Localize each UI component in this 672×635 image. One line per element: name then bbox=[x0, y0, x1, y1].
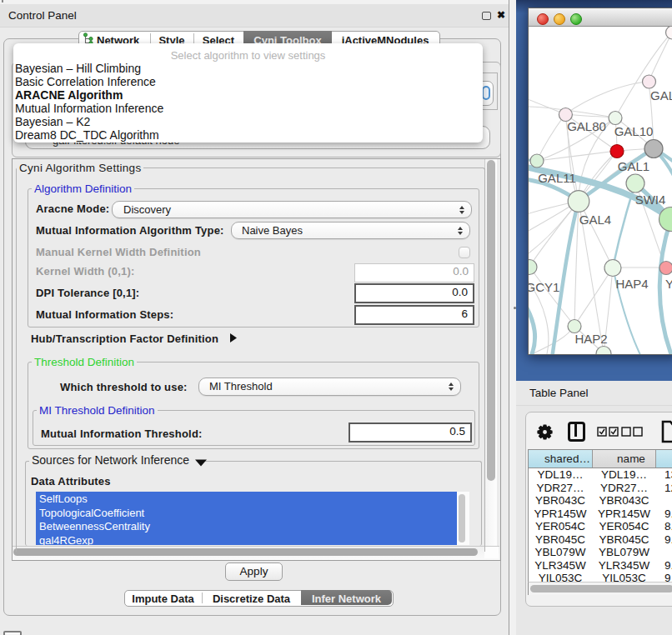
svg-text:HAP2: HAP2 bbox=[574, 332, 607, 346]
svg-text:GAL2: GAL2 bbox=[650, 88, 672, 102]
svg-text:GAL1: GAL1 bbox=[618, 159, 649, 173]
svg-text:GAL4: GAL4 bbox=[579, 212, 611, 227]
svg-text:GAL10: GAL10 bbox=[614, 124, 654, 138]
svg-text:GCY1: GCY1 bbox=[529, 280, 559, 294]
svg-text:GAL80: GAL80 bbox=[567, 119, 606, 133]
svg-text:SWI4: SWI4 bbox=[635, 192, 666, 207]
svg-text:GAL11: GAL11 bbox=[538, 171, 576, 185]
svg-text:HAP4: HAP4 bbox=[615, 277, 648, 291]
svg-text:Y: Y bbox=[665, 277, 672, 291]
